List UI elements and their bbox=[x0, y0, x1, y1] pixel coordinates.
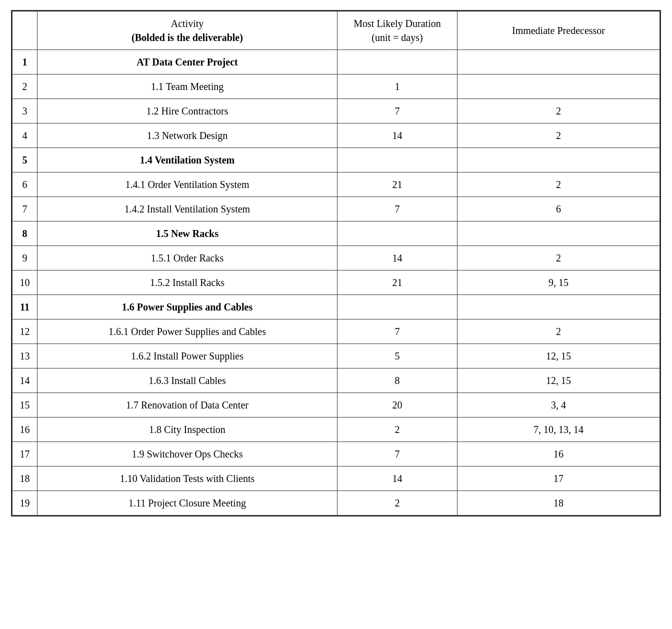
row-activity: 1.6.2 Install Power Supplies bbox=[38, 344, 338, 368]
row-predecessor: 6 bbox=[458, 197, 660, 222]
row-activity: 1.11 Project Closure Meeting bbox=[38, 491, 338, 516]
table-row: 71.4.2 Install Ventilation System76 bbox=[12, 197, 660, 222]
row-activity: 1.6.3 Install Cables bbox=[38, 368, 338, 393]
table-row: 51.4 Ventilation System bbox=[12, 148, 660, 172]
row-predecessor bbox=[458, 50, 660, 74]
row-predecessor: 7, 10, 13, 14 bbox=[458, 418, 660, 442]
row-number: 9 bbox=[12, 246, 38, 270]
row-duration: 1 bbox=[338, 74, 458, 99]
row-number: 6 bbox=[12, 172, 38, 197]
row-duration: 14 bbox=[338, 124, 458, 148]
row-duration: 21 bbox=[338, 270, 458, 295]
row-predecessor: 12, 15 bbox=[458, 344, 660, 368]
header-row: Activity (Bolded is the deliverable) Mos… bbox=[12, 12, 660, 50]
table-row: 31.2 Hire Contractors72 bbox=[12, 99, 660, 124]
row-duration: 14 bbox=[338, 466, 458, 491]
table-row: 161.8 City Inspection27, 10, 13, 14 bbox=[12, 418, 660, 442]
row-duration: 7 bbox=[338, 99, 458, 124]
row-duration bbox=[338, 148, 458, 172]
table-row: 131.6.2 Install Power Supplies512, 15 bbox=[12, 344, 660, 368]
row-number: 11 bbox=[12, 295, 38, 320]
row-activity: 1.5.2 Install Racks bbox=[38, 270, 338, 295]
row-number: 8 bbox=[12, 222, 38, 246]
row-activity: 1.4 Ventilation System bbox=[38, 148, 338, 172]
row-predecessor: 2 bbox=[458, 172, 660, 197]
row-duration bbox=[338, 50, 458, 74]
row-activity: 1.6 Power Supplies and Cables bbox=[38, 295, 338, 320]
row-activity: 1.10 Validation Tests with Clients bbox=[38, 466, 338, 491]
row-activity: 1.5.1 Order Racks bbox=[38, 246, 338, 270]
table-row: 61.4.1 Order Ventilation System212 bbox=[12, 172, 660, 197]
table-row: 151.7 Renovation of Data Center203, 4 bbox=[12, 393, 660, 418]
col-header-duration: Most Likely Duration(unit = days) bbox=[338, 12, 458, 50]
row-activity: 1.8 City Inspection bbox=[38, 418, 338, 442]
table-row: 81.5 New Racks bbox=[12, 222, 660, 246]
row-duration: 2 bbox=[338, 418, 458, 442]
row-number: 15 bbox=[12, 393, 38, 418]
table-row: 191.11 Project Closure Meeting218 bbox=[12, 491, 660, 516]
row-activity: 1.4.2 Install Ventilation System bbox=[38, 197, 338, 222]
row-activity: 1.6.1 Order Power Supplies and Cables bbox=[38, 320, 338, 344]
table-row: 111.6 Power Supplies and Cables bbox=[12, 295, 660, 320]
row-duration: 7 bbox=[338, 442, 458, 466]
table-row: 121.6.1 Order Power Supplies and Cables7… bbox=[12, 320, 660, 344]
col-header-num bbox=[12, 12, 38, 50]
row-duration: 7 bbox=[338, 197, 458, 222]
row-duration bbox=[338, 295, 458, 320]
row-predecessor bbox=[458, 222, 660, 246]
row-number: 17 bbox=[12, 442, 38, 466]
row-predecessor bbox=[458, 295, 660, 320]
col-header-activity-bold: (Bolded is the deliverable) bbox=[132, 32, 243, 43]
row-duration: 20 bbox=[338, 393, 458, 418]
row-predecessor: 2 bbox=[458, 99, 660, 124]
col-header-predecessor: Immediate Predecessor bbox=[458, 12, 660, 50]
table-row: 101.5.2 Install Racks219, 15 bbox=[12, 270, 660, 295]
row-duration: 7 bbox=[338, 320, 458, 344]
row-predecessor: 2 bbox=[458, 124, 660, 148]
row-predecessor: 9, 15 bbox=[458, 270, 660, 295]
row-predecessor: 2 bbox=[458, 246, 660, 270]
row-activity: 1.3 Network Design bbox=[38, 124, 338, 148]
row-predecessor: 17 bbox=[458, 466, 660, 491]
row-predecessor: 3, 4 bbox=[458, 393, 660, 418]
table-row: 171.9 Switchover Ops Checks716 bbox=[12, 442, 660, 466]
row-number: 2 bbox=[12, 74, 38, 99]
row-number: 10 bbox=[12, 270, 38, 295]
row-number: 13 bbox=[12, 344, 38, 368]
row-predecessor: 2 bbox=[458, 320, 660, 344]
row-activity: 1.7 Renovation of Data Center bbox=[38, 393, 338, 418]
row-activity: 1.2 Hire Contractors bbox=[38, 99, 338, 124]
row-activity: 1.5 New Racks bbox=[38, 222, 338, 246]
row-number: 12 bbox=[12, 320, 38, 344]
row-predecessor: 16 bbox=[458, 442, 660, 466]
table-row: 91.5.1 Order Racks142 bbox=[12, 246, 660, 270]
row-number: 4 bbox=[12, 124, 38, 148]
table-body: 1AT Data Center Project21.1 Team Meeting… bbox=[12, 50, 660, 516]
project-table: Activity (Bolded is the deliverable) Mos… bbox=[12, 11, 660, 516]
row-number: 3 bbox=[12, 99, 38, 124]
table-row: 141.6.3 Install Cables812, 15 bbox=[12, 368, 660, 393]
row-duration: 21 bbox=[338, 172, 458, 197]
col-header-activity: Activity (Bolded is the deliverable) bbox=[38, 12, 338, 50]
row-activity: 1.1 Team Meeting bbox=[38, 74, 338, 99]
table-row: 41.3 Network Design142 bbox=[12, 124, 660, 148]
row-predecessor bbox=[458, 148, 660, 172]
table-row: 21.1 Team Meeting1 bbox=[12, 74, 660, 99]
row-number: 1 bbox=[12, 50, 38, 74]
row-number: 14 bbox=[12, 368, 38, 393]
row-number: 19 bbox=[12, 491, 38, 516]
row-activity: 1.9 Switchover Ops Checks bbox=[38, 442, 338, 466]
row-duration: 14 bbox=[338, 246, 458, 270]
row-number: 5 bbox=[12, 148, 38, 172]
row-duration: 8 bbox=[338, 368, 458, 393]
row-number: 18 bbox=[12, 466, 38, 491]
row-duration bbox=[338, 222, 458, 246]
table-row: 1AT Data Center Project bbox=[12, 50, 660, 74]
row-predecessor: 12, 15 bbox=[458, 368, 660, 393]
row-number: 16 bbox=[12, 418, 38, 442]
row-predecessor: 18 bbox=[458, 491, 660, 516]
row-number: 7 bbox=[12, 197, 38, 222]
row-activity: AT Data Center Project bbox=[38, 50, 338, 74]
table-row: 181.10 Validation Tests with Clients1417 bbox=[12, 466, 660, 491]
row-duration: 5 bbox=[338, 344, 458, 368]
